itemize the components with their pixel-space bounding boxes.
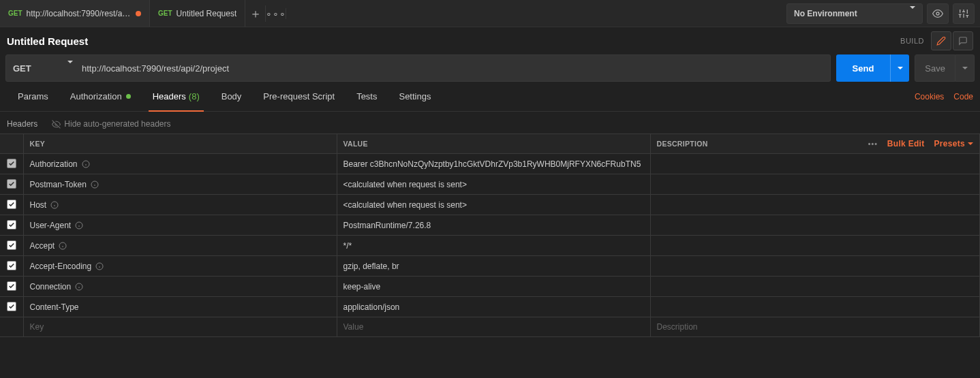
info-icon	[95, 262, 104, 270]
build-label: BUILD	[900, 37, 924, 45]
tab-tests[interactable]: Tests	[346, 82, 388, 111]
topbar-right: No Environment	[786, 0, 980, 27]
tab-method: GET	[158, 10, 172, 17]
tab-settings[interactable]: Settings	[388, 82, 442, 111]
send-dropdown-button[interactable]	[890, 54, 909, 82]
request-title: Untitled Request	[7, 35, 88, 47]
unsaved-dot-icon	[136, 11, 141, 16]
tab-params[interactable]: Params	[7, 82, 59, 111]
header-enable-checkbox[interactable]	[7, 261, 16, 270]
preview-environment-button[interactable]	[927, 3, 949, 24]
top-tab-bar: GEThttp://localhost:7990/rest/api/2...GE…	[0, 0, 980, 27]
headers-section-label: Headers	[7, 119, 37, 129]
save-dropdown-button[interactable]	[955, 54, 975, 82]
svg-point-0	[936, 12, 939, 15]
header-col-description-label: DESCRIPTION	[657, 140, 708, 148]
header-key: Host	[30, 200, 47, 210]
send-button[interactable]: Send	[836, 54, 891, 82]
header-enable-checkbox[interactable]	[7, 302, 16, 311]
tab-authorization-label: Authorization	[70, 91, 122, 101]
header-key-cell[interactable]: Content-Type	[30, 302, 331, 312]
new-tab-button[interactable]: ＋	[245, 5, 266, 22]
header-value-cell[interactable]: <calculated when request is sent>	[343, 180, 467, 189]
header-key-cell[interactable]: Accept-Encoding	[30, 262, 331, 271]
chevron-down-icon	[968, 142, 973, 145]
header-enable-checkbox[interactable]	[7, 200, 16, 209]
header-row: Connectionkeep-alive	[0, 277, 980, 297]
environment-selected: No Environment	[794, 9, 857, 18]
http-method-select[interactable]: GET	[5, 54, 80, 82]
headers-toolbar: Headers Hide auto-generated headers	[0, 112, 980, 133]
pencil-icon	[936, 36, 946, 46]
header-new-row	[0, 317, 980, 337]
tab-prerequest[interactable]: Pre-request Script	[252, 82, 346, 111]
request-builder-row: GET Send Save	[0, 54, 980, 82]
chevron-down-icon	[898, 67, 903, 69]
header-key-cell[interactable]: Accept	[30, 241, 331, 251]
header-value-cell[interactable]: */*	[343, 241, 352, 251]
presets-dropdown[interactable]: Presets	[934, 139, 973, 148]
header-key: Authorization	[30, 159, 78, 169]
header-value-cell[interactable]: <calculated when request is sent>	[343, 200, 467, 210]
header-row: User-AgentPostmanRuntime/7.26.8	[0, 215, 980, 236]
header-value-cell[interactable]: keep-alive	[343, 282, 381, 292]
header-row: AuthorizationBearer c3BhcnNoNzQyNzptby1h…	[0, 154, 980, 174]
info-icon	[50, 201, 59, 209]
presets-label: Presets	[934, 139, 965, 148]
header-col-description: DESCRIPTION ••• Bulk Edit Presets	[650, 134, 980, 154]
header-key-cell[interactable]: Authorization	[30, 159, 331, 169]
hide-auto-headers-button[interactable]: Hide auto-generated headers	[47, 117, 175, 131]
save-button[interactable]: Save	[915, 54, 955, 82]
header-key-cell[interactable]: User-Agent	[30, 221, 331, 230]
header-value-cell[interactable]: Bearer c3BhcnNoNzQyNzptby1hcGktVDhrZVp3b…	[343, 159, 641, 169]
comments-button[interactable]	[953, 31, 973, 50]
headers-more-button[interactable]: •••	[868, 140, 878, 148]
tab-authorization[interactable]: Authorization	[59, 82, 142, 111]
header-col-value: VALUE	[337, 134, 650, 154]
header-value-cell[interactable]: application/json	[343, 302, 400, 312]
request-url-input[interactable]	[75, 54, 831, 82]
environment-select[interactable]: No Environment	[786, 3, 923, 24]
eye-icon	[932, 8, 943, 19]
header-key: Accept-Encoding	[30, 262, 92, 271]
code-link[interactable]: Code	[953, 92, 973, 101]
header-col-key: KEY	[23, 134, 337, 154]
header-enable-checkbox[interactable]	[7, 240, 16, 250]
header-key-cell[interactable]: Connection	[30, 282, 331, 292]
request-tab[interactable]: GEThttp://localhost:7990/rest/api/2...	[0, 0, 150, 27]
header-row: Accept*/*	[0, 236, 980, 256]
info-icon	[75, 221, 83, 230]
cookies-link[interactable]: Cookies	[915, 92, 944, 101]
eye-off-icon	[52, 120, 61, 129]
header-key-cell[interactable]: Host	[30, 200, 331, 210]
info-icon	[82, 160, 90, 168]
settings-sliders-button[interactable]	[953, 3, 975, 24]
comment-icon	[958, 36, 968, 46]
header-key: Connection	[30, 282, 72, 292]
chevron-down-icon	[910, 9, 915, 18]
header-enable-checkbox[interactable]	[7, 179, 16, 189]
edit-request-button[interactable]	[931, 31, 951, 50]
header-value-cell[interactable]: gzip, deflate, br	[343, 262, 399, 271]
tabs-overflow-button[interactable]: ∘∘∘	[266, 8, 286, 19]
header-enable-checkbox[interactable]	[7, 220, 16, 230]
hide-auto-headers-label: Hide auto-generated headers	[64, 119, 170, 129]
chevron-down-icon	[962, 67, 968, 69]
header-value-cell[interactable]: PostmanRuntime/7.26.8	[343, 221, 431, 230]
header-row: Postman-Token<calculated when request is…	[0, 174, 980, 195]
tab-title: Untitled Request	[177, 9, 237, 18]
tab-headers-label: Headers	[153, 91, 186, 101]
tab-body[interactable]: Body	[211, 82, 253, 111]
header-enable-checkbox[interactable]	[7, 281, 16, 291]
bulk-edit-link[interactable]: Bulk Edit	[887, 139, 925, 148]
new-header-description-input[interactable]	[657, 322, 974, 332]
info-icon	[59, 242, 67, 250]
new-header-value-input[interactable]	[343, 322, 644, 332]
tab-headers[interactable]: Headers (8)	[142, 82, 211, 111]
header-key-cell[interactable]: Postman-Token	[30, 180, 331, 189]
tab-title: http://localhost:7990/rest/api/2...	[27, 9, 132, 18]
http-method-value: GET	[13, 63, 31, 74]
request-tab[interactable]: GETUntitled Request	[150, 0, 245, 27]
header-enable-checkbox[interactable]	[7, 159, 16, 168]
new-header-key-input[interactable]	[30, 322, 331, 332]
